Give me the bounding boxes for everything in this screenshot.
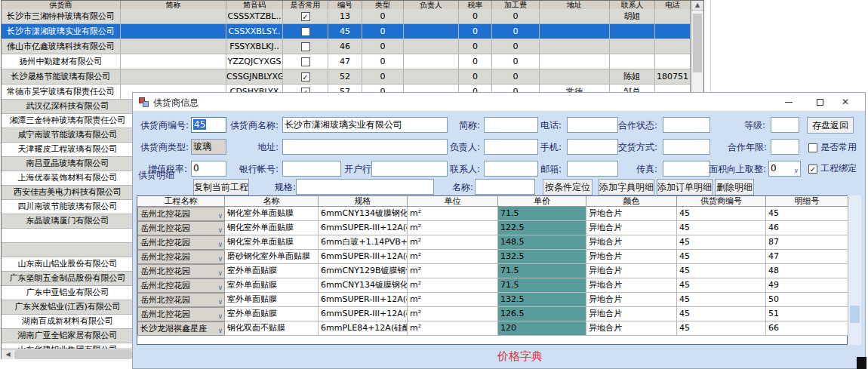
area-roundup-select[interactable]: 0∨ [768, 161, 801, 177]
supplier-type-input[interactable]: 玻璃 [191, 139, 226, 155]
project-combo-cell[interactable]: 岳州北控花园∨ [137, 221, 225, 235]
table-cell: 0 [362, 69, 404, 85]
supplier-name-input[interactable]: 长沙市潇湘玻璃实业有限公司 [282, 117, 448, 133]
checked-checkbox-icon[interactable]: ✓ [301, 72, 310, 81]
chevron-down-icon[interactable]: ∨ [217, 238, 223, 250]
grid-cell: 45 [677, 235, 766, 250]
maximize-button[interactable] [810, 93, 830, 111]
scroll-up-icon[interactable]: ▲ [691, 1, 703, 11]
supplier-id-input[interactable]: 45 [191, 117, 226, 133]
grid-column-header[interactable]: 单价 [498, 196, 586, 207]
grid-column-header[interactable]: 颜色 [586, 196, 677, 207]
grid-cell: 51 [766, 307, 848, 321]
project-combo-cell[interactable]: 岳州北控花园∨ [137, 235, 225, 250]
grid-column-header[interactable]: 规格 [319, 196, 408, 207]
common-checkbox[interactable] [808, 143, 817, 152]
dialog-titlebar[interactable]: 供货商信息 ✕ [133, 93, 865, 112]
chevron-down-icon[interactable]: ∨ [793, 164, 799, 177]
grid-row[interactable]: 岳州北控花园∨室外单面贴膜6mmSUPER-III+12A(硅...m²126.… [137, 307, 848, 321]
project-combo-cell[interactable]: 岳州北控花园∨ [137, 278, 225, 293]
grid-row[interactable]: 岳州北控花园∨室外单面贴膜6mmSUPER-III+12A(硅...m²132.… [137, 293, 848, 307]
mobile-input[interactable] [567, 139, 618, 155]
grid-column-header[interactable]: 名称 [225, 196, 319, 207]
delivery-method-input[interactable] [663, 139, 710, 155]
chevron-down-icon[interactable]: ∨ [217, 295, 223, 307]
save-return-button[interactable]: 存盘返回 [807, 117, 854, 134]
chevron-down-icon[interactable]: ∨ [217, 223, 223, 235]
vscroll-thumb[interactable] [693, 14, 702, 72]
supplier-name: 湖南百成新材料有限公司 [2, 315, 134, 329]
coop-years-input[interactable] [771, 139, 799, 155]
grade-input[interactable] [771, 117, 799, 133]
supplier-name [2, 243, 134, 257]
supplier-name-label: 供货商名称: [223, 119, 279, 131]
bank-account-input[interactable] [282, 161, 341, 177]
scroll-left-icon[interactable]: ◀ [3, 350, 13, 359]
coop-status-input[interactable] [663, 117, 710, 133]
grid-row[interactable]: 岳州北控花园∨磨砂钢化室外单面贴膜6mmSUPER-III+12A(硅...m²… [137, 250, 848, 264]
detail-grid-scroll-thumb[interactable] [850, 306, 860, 323]
grid-column-header[interactable]: 供货商编号 [677, 196, 766, 207]
vat-rate-input[interactable]: 0 [191, 161, 226, 177]
address-label: 地址: [223, 141, 279, 153]
copy-current-project-button[interactable]: 复制当前工程 [193, 179, 249, 195]
chevron-down-icon[interactable]: ∨ [217, 209, 223, 221]
project-combo-cell[interactable]: 岳州北控花园∨ [137, 293, 225, 307]
project-bind-checkbox-row[interactable]: ✓工程绑定 [808, 162, 857, 174]
hscroll-thumb[interactable] [14, 350, 132, 359]
fax-input[interactable] [663, 161, 710, 177]
table-row[interactable]: 扬州中勤建材有限公司YZZQJCYXGS47000 [2, 54, 691, 69]
checked-checkbox-icon[interactable]: ✓ [301, 12, 310, 21]
grid-row[interactable]: 长沙龙湖祺鑫星座∨钢化双面不贴膜6mmPLE84+12A(硅酮胶...m²120… [137, 321, 848, 336]
grid-row[interactable]: 岳州北控花园∨室外单面贴膜6mmCNY134镀膜钢化m²71.5异地合片4549 [137, 278, 848, 293]
supplier-name: 四川南玻节能玻璃有限公司 [2, 200, 134, 214]
spec-filter-input[interactable] [296, 179, 434, 195]
unchecked-checkbox-icon[interactable] [301, 57, 310, 66]
grid-cell: 45 [677, 250, 766, 264]
common-checkbox-row[interactable]: 是否常用 [808, 141, 857, 153]
grid-column-header[interactable]: 单位 [408, 196, 498, 207]
grid-row[interactable]: 岳州北控花园∨钢化室外单面贴膜6mm白玻+1.14PVB+6mm...m²148… [137, 235, 848, 250]
table-cell: 45 [328, 24, 362, 39]
grid-row[interactable]: 岳州北控花园∨钢化室外单面贴膜6mmCNY134镀膜钢化m²71.5异地合片45… [137, 207, 848, 221]
grid-row[interactable]: 岳州北控花园∨室外单面贴膜6mmCNY129B镀膜钢化m²71.5异地合片454… [137, 264, 848, 278]
grid-column-header[interactable]: 工程名称 [137, 196, 225, 207]
minimize-button[interactable] [779, 93, 799, 111]
table-row[interactable]: 长沙晟格节能玻璃有限公司CSSGJNBLYXGS✓52000陈姐180751 [2, 69, 691, 85]
chevron-down-icon[interactable]: ∨ [217, 309, 223, 321]
close-button[interactable]: ✕ [836, 93, 855, 111]
project-combo-cell[interactable]: 岳州北控花园∨ [137, 250, 225, 264]
coop-status-label: 合作状态: [616, 119, 657, 131]
unchecked-checkbox-icon[interactable] [301, 27, 310, 36]
project-combo-cell[interactable]: 岳州北控花园∨ [137, 264, 225, 278]
table-cell [121, 9, 226, 24]
name-filter-input[interactable] [475, 179, 535, 195]
unchecked-checkbox-icon[interactable] [301, 42, 310, 51]
chevron-down-icon[interactable]: ∨ [217, 281, 223, 293]
chevron-down-icon[interactable]: ∨ [217, 324, 223, 336]
table-row[interactable]: 长沙市三湘特种玻璃有限公司CSSSXTZBL..✓13000胡姐 [2, 9, 691, 24]
add-order-detail-button[interactable]: 添加订单明细 [657, 179, 713, 195]
address-input[interactable] [282, 139, 448, 155]
locate-by-condition-button[interactable]: 按条件定位 [543, 179, 593, 195]
add-dictionary-detail-button[interactable]: 添加字典明细 [599, 179, 654, 195]
grid-cell: 45 [677, 307, 766, 321]
bank-name-input[interactable] [371, 161, 448, 177]
email-input[interactable] [567, 161, 618, 177]
grid-column-header[interactable]: 明细号 [766, 196, 848, 207]
phone-input[interactable] [567, 117, 618, 133]
background-window-fragment [857, 357, 866, 369]
delete-detail-button[interactable]: 删除明细 [715, 179, 754, 195]
project-combo-cell[interactable]: 长沙龙湖祺鑫星座∨ [137, 321, 225, 336]
project-bind-checkbox[interactable]: ✓ [808, 165, 817, 174]
table-cell [540, 54, 610, 69]
table-row[interactable]: 佛山市亿鑫玻璃科技有限公司FSSYXBLKJ..46000 [2, 39, 691, 54]
grid-cell: 室外单面贴膜 [225, 264, 319, 278]
grid-row[interactable]: 岳州北控花园∨钢化室外单面贴膜6mmSUPER-III+12A(硅...m²12… [137, 221, 848, 235]
chevron-down-icon[interactable]: ∨ [217, 266, 223, 278]
chevron-down-icon[interactable]: ∨ [217, 252, 223, 264]
project-combo-cell[interactable]: 岳州北控花园∨ [137, 207, 225, 221]
table-row[interactable]: 长沙市潇湘玻璃实业有限公司CSSXXBLSY..45000 [2, 24, 691, 39]
detail-grid-vscrollbar[interactable] [848, 195, 861, 345]
project-combo-cell[interactable]: 岳州北控花园∨ [137, 307, 225, 321]
